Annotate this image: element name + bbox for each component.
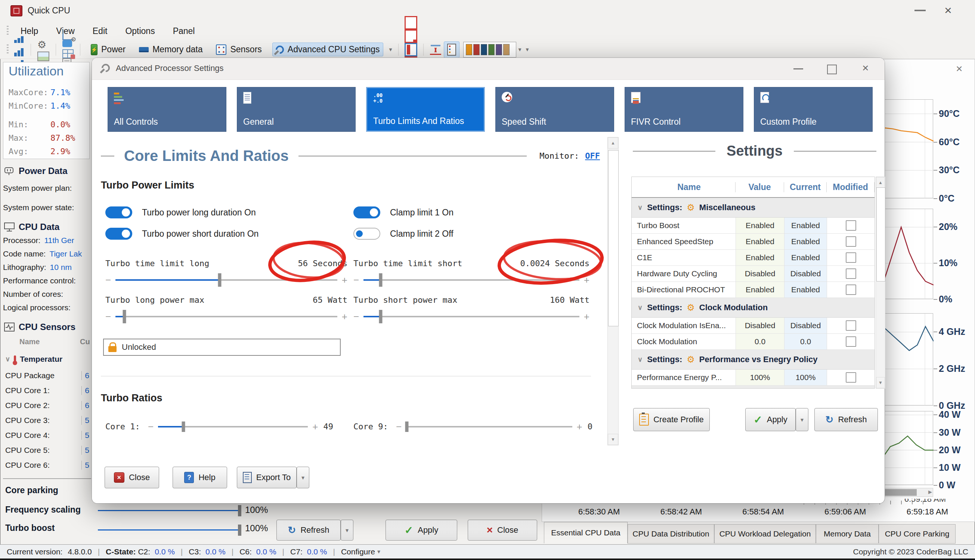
table-row[interactable]: CPU Core 4:5 — [5, 428, 92, 443]
modified-checkbox[interactable] — [846, 320, 856, 331]
settings-refresh-button[interactable]: ↻ Refresh — [815, 408, 878, 431]
clamp-limit-2-toggle[interactable] — [353, 228, 380, 240]
scrollbar-thumb[interactable] — [608, 150, 619, 326]
menu-edit[interactable]: Edit — [83, 26, 117, 36]
turbo-boost-slider[interactable] — [98, 529, 240, 530]
panel-layout-2-icon[interactable] — [404, 30, 417, 43]
turbo-power-short-duration-toggle[interactable] — [105, 228, 132, 240]
modified-checkbox[interactable] — [846, 268, 856, 279]
cpu-graph-small-icon[interactable] — [14, 30, 24, 43]
dialog-close-button[interactable]: × Close — [105, 467, 159, 488]
turbo-time-limit-short-slider[interactable]: −+ — [353, 276, 589, 284]
cpu-graph-medium-icon[interactable] — [14, 43, 24, 57]
table-row[interactable]: CPU Core 6:5 — [5, 458, 92, 473]
dialog-scrollbar[interactable]: ▲ ▼ — [608, 137, 619, 445]
dialog-close-icon[interactable]: × — [862, 62, 869, 74]
menu-options[interactable]: Options — [116, 26, 164, 36]
table-row[interactable]: Hardware Duty CyclingDisabledDisabled — [632, 266, 875, 282]
sensors-button[interactable]: ●●●● Sensors — [213, 43, 264, 57]
advanced-dropdown-caret-icon[interactable]: ▾ — [389, 46, 392, 53]
table-row[interactable]: Performance Energy P...100%100% — [632, 370, 875, 386]
window-close-icon[interactable]: × — [944, 3, 952, 17]
turbo-power-long-duration-toggle[interactable] — [105, 207, 132, 218]
dialog-minimize-icon[interactable] — [793, 68, 803, 70]
col-name[interactable]: Name — [643, 182, 736, 192]
dialog-tab-all-controls[interactable]: All Controls — [108, 87, 226, 132]
axis-settings-icon[interactable] — [62, 30, 73, 40]
power-button[interactable]: ⚡ Power — [88, 43, 129, 57]
settings-group-turbo-power-limit[interactable]: ∨Settings:⚙Turbo Power Limit — [632, 386, 875, 388]
table-row[interactable]: Clock Modulation0.00.0 — [632, 334, 875, 350]
menu-panel[interactable]: Panel — [164, 26, 204, 36]
scroll-up-icon[interactable]: ▲ — [608, 137, 618, 148]
modified-checkbox[interactable] — [846, 220, 856, 231]
table-row[interactable]: CPU Core 2:6 — [5, 398, 92, 413]
scrollbar-thumb[interactable] — [882, 489, 917, 496]
dialog-tab-custom-profile[interactable]: Custom Profile — [754, 87, 873, 132]
menubar-grip[interactable] — [7, 26, 8, 36]
tab-cpu-core-parking[interactable]: CPU Core Parking — [879, 524, 956, 543]
dialog-tab-general[interactable]: General — [237, 87, 356, 132]
tab-cpu-data-distribution[interactable]: CPU Data Distribution — [628, 524, 714, 543]
export-to-button[interactable]: Export To — [237, 467, 297, 488]
settings-table-scrollbar[interactable]: ▲ ▼ — [876, 177, 885, 388]
dialog-tab-turbo-limits-and-ratios[interactable]: .00 +.0Turbo Limits And Ratios — [366, 87, 485, 132]
table-row[interactable]: CPU Package6 — [5, 368, 92, 383]
turbo-long-power-max-slider[interactable]: −+ — [105, 313, 347, 320]
advanced-cpu-settings-button[interactable]: Advanced CPU Settings — [272, 43, 383, 57]
table-row[interactable]: CPU Core 3:5 — [5, 413, 92, 428]
line-chart-icon[interactable] — [430, 44, 441, 55]
panel-layout-3-icon[interactable] — [404, 43, 417, 57]
table-row[interactable]: Bi-Directional PROCHOTEnabledEnabled — [632, 282, 875, 298]
tab-memory-data[interactable]: Memory Data — [816, 524, 879, 543]
modified-checkbox[interactable] — [846, 372, 856, 383]
toolbar-overflow-caret-icon[interactable]: ▾ — [526, 46, 529, 53]
modified-checkbox[interactable] — [846, 337, 856, 347]
settings-group-performance-vs-enegry-policy[interactable]: ∨Settings:⚙Performance vs Enegry Policy — [632, 350, 875, 370]
settings-apply-dropdown[interactable]: ▾ — [796, 408, 808, 431]
main-refresh-button[interactable]: ↻ Refresh — [276, 520, 341, 541]
core1-ratio-slider[interactable]: −+ — [148, 423, 318, 430]
panel-layout-1-icon[interactable] — [404, 16, 417, 30]
scrollbar-thumb[interactable] — [876, 187, 885, 282]
settings-group-miscellaneous[interactable]: ∨Settings:⚙Miscellaneous — [632, 198, 875, 218]
grid-edit-icon[interactable] — [62, 49, 73, 58]
configure-caret-icon[interactable]: ▾ — [377, 548, 380, 555]
tooltip-icon[interactable] — [62, 40, 72, 47]
settings-group-clock-modulation[interactable]: ∨Settings:⚙Clock Modulation — [632, 298, 875, 318]
table-row[interactable]: Clock Modulation IsEna...DisabledDisable… — [632, 318, 875, 334]
main-refresh-dropdown[interactable]: ▾ — [341, 520, 353, 541]
table-row[interactable]: Turbo BoostEnabledEnabled — [632, 218, 875, 234]
col-value[interactable]: Value — [736, 182, 784, 192]
table-row[interactable]: C1EEnabledEnabled — [632, 250, 875, 266]
frequency-scaling-slider[interactable] — [98, 510, 240, 511]
power-data-section-header[interactable]: Power Data — [4, 166, 68, 176]
modified-checkbox[interactable] — [846, 285, 856, 295]
table-row[interactable]: CPU Core 5:5 — [5, 443, 92, 458]
export-to-dropdown[interactable]: ▾ — [297, 467, 309, 488]
window-minimize-icon[interactable] — [915, 10, 926, 11]
core9-ratio-slider[interactable]: −+ — [396, 423, 583, 430]
tab-essential-cpu-data[interactable]: Essential CPU Data — [544, 522, 628, 543]
turbo-short-power-max-slider[interactable]: −+ — [353, 313, 589, 320]
table-row[interactable]: Enhanced SpeedStepEnabledEnabled — [632, 234, 875, 250]
temperature-group-row[interactable]: ∨ Temperatur — [5, 355, 76, 363]
cpu-sensors-section-header[interactable]: CPU Sensors — [4, 322, 75, 332]
clamp-limit-1-toggle[interactable] — [353, 207, 380, 218]
modified-checkbox[interactable] — [846, 236, 856, 247]
dialog-help-button[interactable]: ? Help — [173, 467, 227, 488]
system-gear-icon[interactable]: ⚙ — [37, 38, 49, 52]
monitor-toggle-link[interactable]: OFF — [585, 151, 600, 160]
palette-dropdown-caret-icon[interactable]: ▾ — [519, 46, 521, 53]
color-palette-selector[interactable] — [463, 42, 516, 57]
dialog-tab-speed-shift[interactable]: Speed Shift — [495, 87, 614, 132]
scroll-down-icon[interactable]: ▼ — [608, 434, 618, 445]
table-row[interactable]: CPU Core 1:6 — [5, 383, 92, 398]
memory-data-button[interactable]: Memory data — [136, 43, 205, 56]
dialog-tab-fivr-control[interactable]: FIVR Control — [624, 87, 743, 132]
scroll-up-icon[interactable]: ▲ — [876, 177, 885, 188]
cpu-data-section-header[interactable]: CPU Data — [4, 222, 59, 232]
main-apply-button[interactable]: ✓ Apply — [386, 520, 457, 541]
col-modified[interactable]: Modified — [827, 182, 875, 192]
create-profile-button[interactable]: Create Profile — [633, 408, 710, 431]
